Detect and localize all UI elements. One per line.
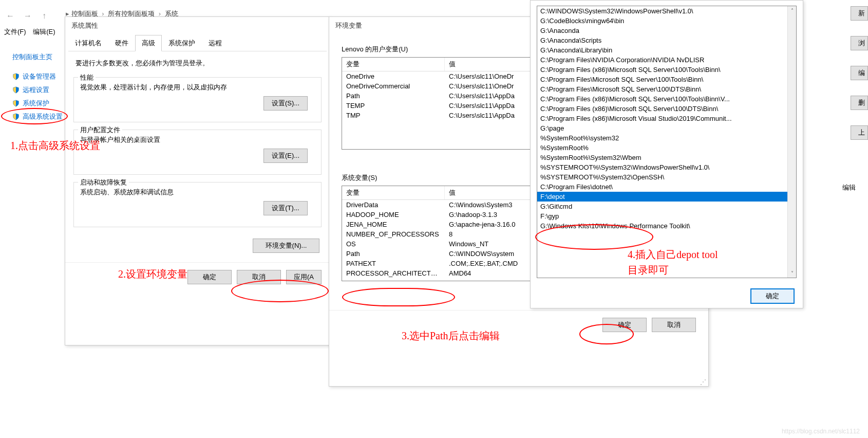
up-icon[interactable]: ↑ bbox=[42, 11, 46, 21]
cell-var: HADOOP_HOME bbox=[342, 210, 445, 220]
cp-home-link[interactable]: 控制面板主页 bbox=[12, 52, 69, 62]
side-btn-2[interactable]: 编 bbox=[851, 66, 868, 80]
path-item[interactable]: C:\Program Files\Microsoft SQL Server\10… bbox=[537, 84, 796, 94]
settings-button-t[interactable]: 设置(T)... bbox=[263, 201, 308, 215]
tab-remote[interactable]: 远程 bbox=[202, 35, 229, 51]
tab-hardware[interactable]: 硬件 bbox=[108, 35, 135, 51]
cell-var: NUMBER_OF_PROCESSORS bbox=[342, 229, 445, 239]
right-edit-label: 编辑 bbox=[842, 183, 868, 192]
system-properties-dialog: 系统属性 计算机名 硬件 高级 系统保护 远程 要进行大多数更改，您必须作为管理… bbox=[65, 16, 330, 345]
ok-button[interactable]: 确定 bbox=[750, 288, 795, 304]
settings-button-s[interactable]: 设置(S)... bbox=[263, 96, 308, 111]
tabs: 计算机名 硬件 高级 系统保护 远程 bbox=[68, 34, 327, 51]
cell-var: OneDriveCommercial bbox=[342, 81, 445, 91]
env-vars-button[interactable]: 环境变量(N)... bbox=[253, 239, 319, 253]
ok-button[interactable]: 确定 bbox=[602, 318, 647, 332]
path-item[interactable]: F:\gyp bbox=[537, 211, 796, 221]
cell-var: PATHEXT bbox=[342, 259, 445, 268]
path-item[interactable]: %SYSTEMROOT%\System32\OpenSSH\ bbox=[537, 172, 796, 182]
cell-var: TMP bbox=[342, 111, 445, 120]
path-item[interactable]: G:\Anaconda\Scripts bbox=[537, 35, 796, 45]
path-item[interactable]: G:\Anaconda bbox=[537, 26, 796, 35]
sidebar-item-protection[interactable]: 系统保护 bbox=[12, 99, 69, 108]
sidebar-item-remote[interactable]: 远程设置 bbox=[12, 85, 69, 95]
sidebar-item-label: 高级系统设置 bbox=[23, 112, 63, 121]
intro-text: 要进行大多数更改，您必须作为管理员登录。 bbox=[65, 51, 330, 70]
cell-var: JENA_HOME bbox=[342, 220, 445, 229]
cell-var: OS bbox=[342, 239, 445, 249]
shield-icon bbox=[12, 73, 20, 80]
right-button-column: 新 浏 编 删 上 bbox=[851, 6, 868, 155]
path-item[interactable]: %SystemRoot%\system32 bbox=[537, 133, 796, 143]
user-profile-group: 用户配置文件 与登录帐户相关的桌面设置 设置(E)... bbox=[73, 130, 322, 175]
path-item[interactable]: C:\Program Files\Microsoft SQL Server\10… bbox=[537, 75, 796, 84]
menu-edit[interactable]: 编辑(E) bbox=[33, 28, 55, 35]
path-item[interactable]: G:\Anaconda\Library\bin bbox=[537, 45, 796, 55]
col-variable[interactable]: 变量 bbox=[342, 58, 445, 71]
path-item[interactable]: C:\Program Files\NVIDIA Corporation\NVID… bbox=[537, 55, 796, 65]
path-item[interactable]: G:\CodeBlocks\mingw64\bin bbox=[537, 16, 796, 26]
cell-var: PROCESSOR_ARCHITECTURE bbox=[342, 268, 445, 278]
path-item[interactable]: G:\Windows Kits\10\Windows Performance T… bbox=[537, 221, 796, 231]
path-item[interactable]: %SYSTEMROOT%\System32\WindowsPowerShell\… bbox=[537, 162, 796, 172]
path-item[interactable]: C:\Program Files (x86)\Microsoft SQL Ser… bbox=[537, 94, 796, 104]
cell-var: Path bbox=[342, 249, 445, 259]
watermark: https://blog.csdn.net/slc1112 bbox=[782, 428, 860, 435]
sidebar-item-label: 远程设置 bbox=[23, 85, 49, 95]
path-item[interactable]: C:\Program Files (x86)\Microsoft SQL Ser… bbox=[537, 104, 796, 114]
sidebar: 控制面板主页 设备管理器 远程设置 系统保护 高级系统设置 bbox=[12, 49, 69, 125]
menu-file[interactable]: 文件(F) bbox=[4, 28, 26, 35]
dialog-title: 系统属性 bbox=[65, 17, 330, 34]
group-legend: 用户配置文件 bbox=[78, 125, 122, 135]
group-legend: 启动和故障恢复 bbox=[78, 178, 129, 187]
side-btn-3[interactable]: 删 bbox=[851, 96, 868, 110]
sidebar-item-device-manager[interactable]: 设备管理器 bbox=[12, 72, 69, 81]
group-desc: 系统启动、系统故障和调试信息 bbox=[80, 188, 315, 197]
path-item[interactable]: C:\Program Files (x86)\Microsoft Visual … bbox=[537, 114, 796, 123]
forward-icon[interactable]: → bbox=[24, 11, 32, 21]
shield-icon bbox=[12, 100, 20, 107]
tab-advanced[interactable]: 高级 bbox=[135, 35, 162, 51]
path-editor-dialog: C:\WINDOWS\System32\WindowsPowerShell\v1… bbox=[530, 0, 803, 308]
settings-button-e[interactable]: 设置(E)... bbox=[263, 149, 308, 163]
group-legend: 性能 bbox=[78, 73, 96, 82]
performance-group: 性能 视觉效果，处理器计划，内存使用，以及虚拟内存 设置(S)... bbox=[73, 77, 322, 122]
path-item[interactable]: C:\Program Files\dotnet\ bbox=[537, 182, 796, 192]
path-item[interactable]: C:\WINDOWS\System32\WindowsPowerShell\v1… bbox=[537, 6, 796, 16]
group-desc: 与登录帐户相关的桌面设置 bbox=[80, 135, 315, 144]
cell-var: Path bbox=[342, 91, 445, 101]
path-list[interactable]: C:\WINDOWS\System32\WindowsPowerShell\v1… bbox=[537, 6, 797, 278]
ok-button[interactable]: 确定 bbox=[187, 270, 232, 284]
sidebar-item-advanced-settings[interactable]: 高级系统设置 bbox=[12, 112, 69, 121]
menu-bar: 文件(F) 编辑(E) bbox=[4, 27, 61, 36]
path-item[interactable]: F:\depot bbox=[537, 192, 796, 202]
cell-var: DriverData bbox=[342, 200, 445, 210]
tab-computer-name[interactable]: 计算机名 bbox=[68, 35, 108, 51]
apply-button[interactable]: 应用(A bbox=[286, 270, 322, 284]
path-item[interactable]: G:\Git\cmd bbox=[537, 202, 796, 211]
startup-group: 启动和故障恢复 系统启动、系统故障和调试信息 设置(T)... bbox=[73, 182, 322, 227]
cell-var: OneDrive bbox=[342, 71, 445, 81]
side-btn-1[interactable]: 浏 bbox=[851, 36, 868, 50]
shield-icon bbox=[12, 113, 20, 120]
path-item[interactable]: %SystemRoot%\System32\Wbem bbox=[537, 153, 796, 162]
sidebar-item-label: 设备管理器 bbox=[23, 72, 56, 81]
scroll-down-icon[interactable]: ˅ bbox=[788, 269, 796, 278]
scrollbar[interactable]: ˄ ˅ bbox=[787, 6, 796, 278]
resizer-icon[interactable]: ⋰ bbox=[700, 380, 706, 384]
group-desc: 视觉效果，处理器计划，内存使用，以及虚拟内存 bbox=[80, 83, 315, 92]
side-btn-0[interactable]: 新 bbox=[851, 6, 868, 21]
path-item[interactable]: C:\Program Files (x86)\Microsoft SQL Ser… bbox=[537, 65, 796, 75]
path-item[interactable]: %SystemRoot% bbox=[537, 143, 796, 153]
shield-icon bbox=[12, 86, 20, 94]
cancel-button[interactable]: 取消 bbox=[652, 318, 696, 332]
scroll-up-icon[interactable]: ˄ bbox=[788, 6, 796, 15]
cell-var: TEMP bbox=[342, 101, 445, 111]
cancel-button[interactable]: 取消 bbox=[237, 270, 281, 284]
sidebar-item-label: 系统保护 bbox=[23, 99, 49, 108]
col-variable[interactable]: 变量 bbox=[342, 186, 445, 199]
side-btn-4[interactable]: 上 bbox=[851, 125, 868, 140]
back-icon[interactable]: ← bbox=[6, 11, 14, 21]
tab-protection[interactable]: 系统保护 bbox=[162, 35, 202, 51]
path-item[interactable]: G:\page bbox=[537, 123, 796, 133]
